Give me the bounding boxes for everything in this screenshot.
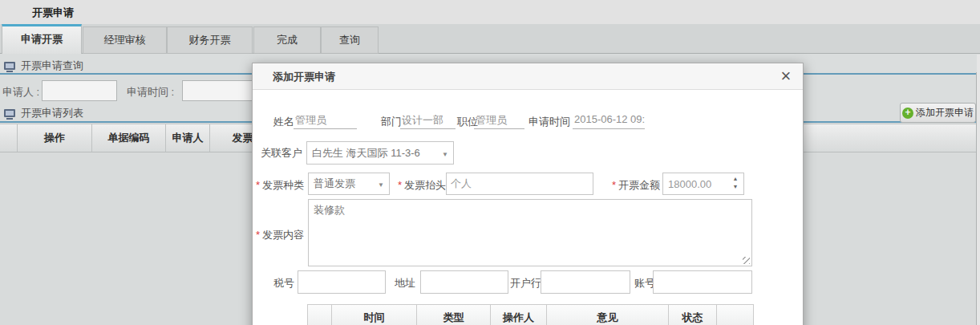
- chevron-down-icon: ▼: [442, 151, 448, 158]
- customer-select-value: 白先生 海天国际 11-3-6: [312, 146, 420, 160]
- invoice-content-label: *发票内容: [256, 228, 304, 242]
- history-column-status: 状态: [669, 305, 717, 325]
- chevron-down-icon: ▼: [378, 181, 384, 189]
- customer-select[interactable]: 白先生 海天国际 11-3-6 ▼: [306, 141, 454, 165]
- history-column-type: 类型: [417, 305, 491, 325]
- invoice-title-label: *发票抬头: [398, 178, 446, 193]
- invoice-type-label: *发票种类: [256, 178, 304, 193]
- required-asterisk: *: [612, 179, 616, 191]
- history-column-empty: [308, 305, 332, 325]
- required-asterisk: *: [256, 229, 260, 241]
- tax-label: 税号: [273, 276, 294, 290]
- history-table-header: 时间 类型 操作人 意见 状态: [307, 304, 754, 325]
- amount-spinner[interactable]: 18000.00 ▲ ▼: [662, 173, 744, 195]
- customer-label: 关联客户: [261, 146, 302, 160]
- close-icon[interactable]: ×: [777, 65, 795, 87]
- history-column-operator: 操作人: [491, 305, 547, 325]
- dept-field[interactable]: 设计一部: [400, 111, 456, 129]
- invoice-title-input[interactable]: [446, 173, 593, 195]
- amount-label: *开票金额: [612, 178, 660, 193]
- history-column-empty: [717, 305, 753, 325]
- history-column-time: 时间: [332, 305, 417, 325]
- account-input[interactable]: [653, 270, 752, 294]
- required-asterisk: *: [398, 179, 402, 191]
- tax-input[interactable]: [298, 270, 386, 294]
- resize-handle-icon[interactable]: [743, 257, 750, 264]
- name-field[interactable]: 管理员: [294, 111, 357, 129]
- position-field[interactable]: 管理员: [474, 111, 524, 129]
- dialog-header[interactable]: 添加开票申请 ×: [253, 63, 803, 90]
- spin-up-icon[interactable]: ▲: [733, 176, 739, 181]
- invoice-content-textarea[interactable]: 装修款: [308, 199, 752, 266]
- apply-time-label: 申请时间: [528, 115, 570, 129]
- spin-down-icon[interactable]: ▼: [733, 184, 739, 189]
- amount-value: 18000.00: [668, 178, 711, 190]
- address-input[interactable]: [420, 270, 508, 294]
- name-label: 姓名: [273, 115, 294, 129]
- bank-input[interactable]: [541, 270, 630, 294]
- dialog-title: 添加开票申请: [273, 70, 335, 84]
- bank-label: 开户行: [510, 276, 541, 290]
- spinner-arrows[interactable]: ▲ ▼: [731, 176, 739, 189]
- invoice-type-select-value: 普通发票: [314, 177, 355, 191]
- required-asterisk: *: [256, 179, 260, 191]
- invoice-type-select[interactable]: 普通发票 ▼: [308, 173, 390, 195]
- address-label: 地址: [395, 276, 415, 290]
- apply-time-field[interactable]: 2015-06-12 09:53: [573, 111, 645, 129]
- add-invoice-dialog: 添加开票申请 × 姓名 管理员 部门 设计一部 职位 管理员 申请时间 2015…: [252, 63, 804, 325]
- dept-label: 部门: [381, 115, 402, 129]
- history-column-opinion: 意见: [547, 305, 669, 325]
